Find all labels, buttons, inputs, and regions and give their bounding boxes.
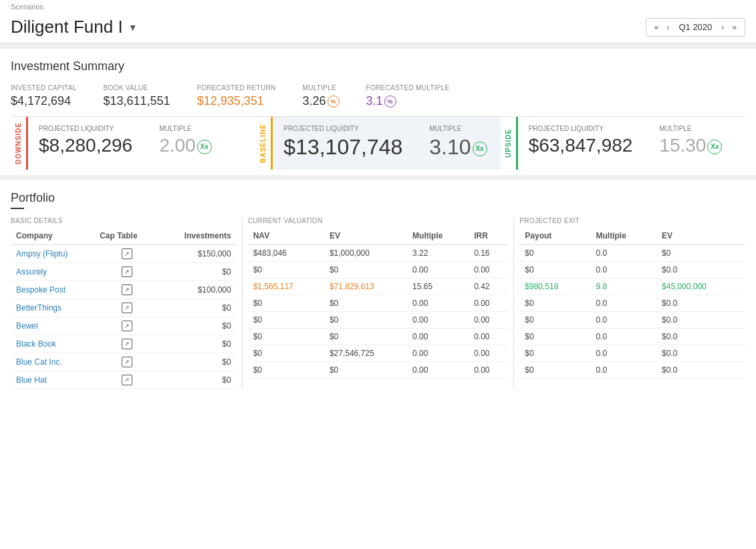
current-valuation-table: NAV EV Multiple IRR $483,046 $1,000,000 …	[248, 227, 509, 379]
table-row: $0 $0 0.00 0.00	[248, 329, 509, 345]
cap-table-cell: ↗	[94, 353, 159, 371]
company-link[interactable]: Blue Hat	[16, 375, 47, 385]
table-row: Ampsy (Fliptu) ↗ $150,000	[11, 245, 237, 263]
pe-multiple-cell: 0.0	[590, 329, 656, 345]
payout-cell: $0	[519, 362, 590, 379]
basic-details-header-row: Company Cap Table Investments	[11, 227, 237, 245]
baseline-xx-badge: Xx	[473, 142, 487, 156]
scenarios-label[interactable]: Scenarios	[11, 3, 43, 11]
downside-mult-value: 2.00Xx	[159, 135, 212, 156]
ev-cell: $1,000,000	[324, 245, 407, 262]
col-pe-ev: EV	[656, 227, 745, 245]
book-value-value: $13,611,551	[104, 94, 170, 108]
top-bar: Diligent Fund I ▼ « ‹ Q1 2020 › »	[0, 11, 756, 43]
pe-multiple-cell: 0.0	[590, 312, 656, 329]
nav-prev-button[interactable]: ‹	[664, 21, 672, 33]
forecasted-multiple-value: 3.1 %	[366, 94, 396, 108]
company-link[interactable]: Ampsy (Fliptu)	[16, 249, 68, 258]
table-row: $483,046 $1,000,000 3.22 0.16	[248, 245, 509, 262]
cap-table-link-icon[interactable]: ↗	[122, 375, 132, 385]
downside-mult-label: MULTIPLE	[159, 125, 212, 132]
ev-cell: $27,546,725	[324, 345, 407, 362]
multiple-badge-icon: %	[328, 96, 340, 108]
downside-liq-value: $8,280,296	[39, 135, 132, 156]
table-row: Blue Hat ↗ $0	[11, 371, 237, 389]
upside-mult-group: MULTIPLE 15.30Xx	[659, 125, 722, 156]
pe-ev-cell: $0	[656, 245, 745, 262]
cap-table-link-icon[interactable]: ↗	[122, 339, 132, 349]
col-investments: Investments	[159, 227, 236, 245]
nav-cell: $0	[248, 345, 324, 362]
table-row: Blue Cat Inc. ↗ $0	[11, 353, 237, 371]
company-cell: Black Book	[11, 335, 94, 353]
investments-cell: $150,000	[159, 245, 236, 263]
section-divider-2	[0, 175, 756, 180]
company-link[interactable]: Assurely	[16, 267, 47, 277]
baseline-mult-value: 3.10Xx	[429, 135, 487, 160]
multiple-cell: 3.22	[407, 245, 469, 262]
downside-metrics: PROJECTED LIQUIDITY $8,280,296 MULTIPLE …	[39, 125, 245, 156]
upside-metrics: PROJECTED LIQUIDITY $63,847,982 MULTIPLE…	[529, 125, 735, 156]
cap-table-link-icon[interactable]: ↗	[122, 248, 132, 259]
scenario-panel-baseline: BASELINE PROJECTED LIQUIDITY $13,107,748…	[255, 117, 500, 170]
current-valuation-group: CURRENT VALUATION NAV EV Multiple IRR $4…	[242, 217, 509, 389]
table-row: $0 0.0 $0	[519, 245, 745, 262]
company-cell: Blue Hat	[11, 371, 94, 389]
table-row: $0 0.0 $0.0	[519, 262, 745, 279]
company-cell: Ampsy (Fliptu)	[11, 245, 94, 263]
portfolio-tables: BASIC DETAILS Company Cap Table Investme…	[11, 217, 745, 389]
multiple-value: 3.26 %	[303, 94, 340, 108]
basic-details-table: Company Cap Table Investments Ampsy (Fli…	[11, 227, 237, 389]
nav-last-button[interactable]: »	[729, 21, 739, 33]
irr-cell: 0.00	[469, 262, 508, 279]
irr-cell: 0.16	[469, 245, 508, 262]
downside-mult-group: MULTIPLE 2.00Xx	[159, 125, 212, 156]
nav-cell: $0	[248, 262, 324, 279]
projected-exit-header-row: Payout Multiple EV	[519, 227, 745, 245]
investments-cell: $0	[159, 353, 236, 371]
col-company: Company	[11, 227, 94, 245]
table-row: $0 $0 0.00 0.00	[248, 262, 509, 279]
company-cell: Bespoke Post	[11, 281, 94, 299]
investments-cell: $0	[159, 263, 236, 281]
company-link[interactable]: Black Book	[16, 339, 56, 349]
baseline-sidebar-label: BASELINE	[255, 117, 273, 170]
upside-xx-badge: Xx	[707, 140, 722, 154]
table-row: BetterThings ↗ $0	[11, 299, 237, 317]
table-row: Bewel ↗ $0	[11, 317, 237, 335]
cap-table-link-icon[interactable]: ↗	[122, 357, 132, 367]
upside-mult-value: 15.30Xx	[659, 135, 722, 156]
col-multiple: Multiple	[407, 227, 469, 245]
table-row: $0 $0 0.00 0.00	[248, 295, 509, 312]
company-link[interactable]: Blue Cat Inc.	[16, 357, 62, 367]
company-link[interactable]: Bewel	[16, 321, 38, 331]
nav-cell: $0	[248, 329, 324, 345]
col-pe-multiple: Multiple	[590, 227, 656, 245]
company-link[interactable]: Bespoke Post	[16, 285, 66, 295]
table-row: Black Book ↗ $0	[11, 335, 237, 353]
company-link[interactable]: BetterThings	[16, 303, 61, 313]
invested-capital-label: INVESTED CAPITAL	[11, 84, 77, 92]
table-row: $0 0.0 $0.0	[519, 345, 745, 362]
pe-multiple-cell: 9.8	[590, 279, 656, 295]
cap-table-link-icon[interactable]: ↗	[122, 285, 132, 295]
pe-multiple-cell: 0.0	[590, 262, 656, 279]
forecasted-multiple-badge-icon: %	[384, 96, 396, 108]
cap-table-link-icon[interactable]: ↗	[122, 303, 132, 313]
nav-next-button[interactable]: ›	[719, 21, 727, 33]
col-payout: Payout	[519, 227, 590, 245]
company-cell: Assurely	[11, 263, 94, 281]
table-row: $0 0.0 $0.0	[519, 329, 745, 345]
pe-multiple-cell: 0.0	[590, 245, 656, 262]
metrics-row: INVESTED CAPITAL $4,172,694 BOOK VALUE $…	[11, 81, 745, 116]
cap-table-link-icon[interactable]: ↗	[122, 321, 132, 331]
cap-table-link-icon[interactable]: ↗	[122, 266, 132, 277]
forecasted-multiple-label: FORECASTED MULTIPLE	[366, 84, 450, 92]
col-ev: EV	[324, 227, 407, 245]
book-value-label: BOOK VALUE	[104, 84, 170, 92]
irr-cell: 0.42	[469, 279, 508, 295]
payout-cell: $0	[519, 245, 590, 262]
fund-dropdown-icon[interactable]: ▼	[128, 22, 138, 33]
cap-table-cell: ↗	[94, 281, 159, 299]
nav-first-button[interactable]: «	[652, 21, 662, 33]
